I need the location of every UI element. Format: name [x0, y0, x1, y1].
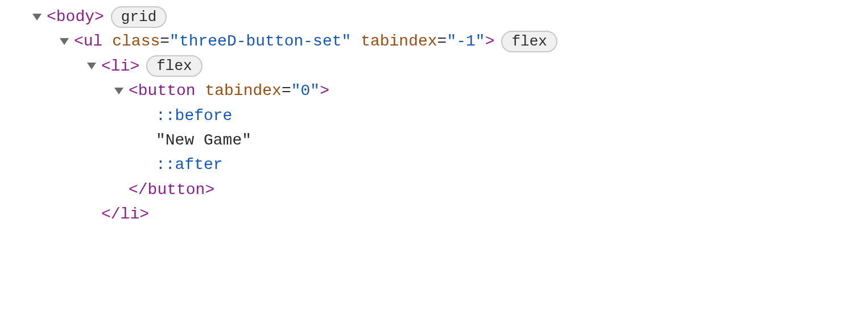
text-node: "New Game": [156, 128, 251, 152]
layout-badge-flex[interactable]: flex: [501, 31, 557, 52]
tag-open: <li>: [101, 54, 139, 79]
tree-row-body[interactable]: <body> grid: [0, 5, 868, 29]
tag-open: <body>: [47, 5, 104, 29]
tag-open: <button tabindex="0">: [129, 79, 329, 103]
pseudo-element: ::before: [156, 104, 232, 128]
tree-row-close-button[interactable]: </button>: [0, 178, 868, 202]
tree-row-ul[interactable]: <ul class="threeD-button-set" tabindex="…: [0, 29, 868, 53]
tree-row-button[interactable]: <button tabindex="0">: [0, 79, 868, 103]
tree-row-pseudo-after[interactable]: ::after: [0, 152, 868, 177]
tag-open: <ul class="threeD-button-set" tabindex="…: [74, 29, 494, 53]
disclosure-triangle-icon[interactable]: [82, 60, 101, 72]
dom-tree[interactable]: <body> grid <ul class="threeD-button-set…: [0, 0, 868, 227]
tag-close: </button>: [129, 178, 214, 202]
layout-badge-grid[interactable]: grid: [111, 6, 167, 28]
disclosure-triangle-icon[interactable]: [55, 36, 74, 47]
disclosure-triangle-icon[interactable]: [109, 85, 129, 97]
tree-row-li[interactable]: <li> flex: [0, 54, 868, 79]
pseudo-element: ::after: [156, 152, 223, 177]
layout-badge-flex[interactable]: flex: [146, 55, 202, 77]
tree-row-pseudo-before[interactable]: ::before: [0, 104, 868, 128]
tree-row-close-li[interactable]: </li>: [0, 202, 868, 226]
tag-close: </li>: [101, 202, 149, 226]
tree-row-text-node[interactable]: "New Game": [0, 128, 868, 152]
disclosure-triangle-icon[interactable]: [27, 11, 47, 23]
